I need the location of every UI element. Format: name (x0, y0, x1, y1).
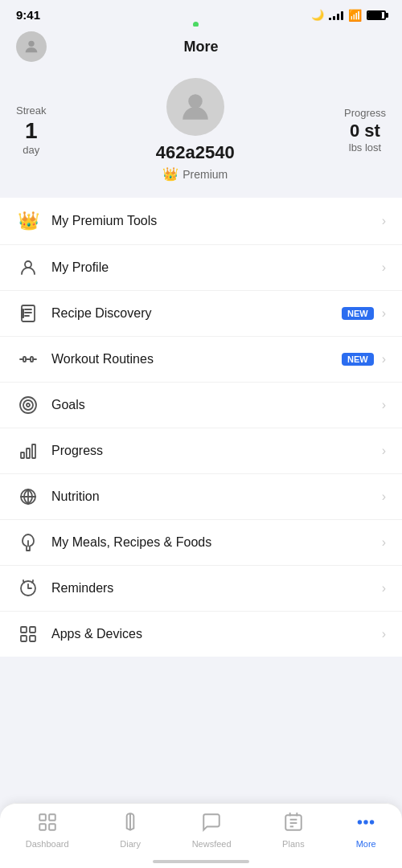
menu-label-recipe-discovery: Recipe Discovery (51, 306, 342, 321)
menu-label-meals: My Meals, Recipes & Foods (51, 535, 382, 550)
crown-icon: 👑 (162, 166, 178, 182)
svg-point-2 (25, 261, 31, 268)
svg-rect-18 (32, 444, 35, 458)
diary-icon (120, 812, 141, 836)
svg-point-15 (27, 403, 30, 407)
svg-rect-25 (30, 627, 35, 633)
nav-label-diary: Diary (120, 839, 141, 849)
chevron-icon: › (382, 489, 386, 504)
menu-label-premium-tools: My Premium Tools (51, 214, 382, 228)
nav-item-diary[interactable]: Diary (112, 812, 149, 849)
svg-point-14 (23, 400, 33, 410)
nav-label-dashboard: Dashboard (26, 839, 69, 849)
person-icon (16, 258, 40, 277)
chevron-icon: › (382, 306, 386, 321)
svg-rect-16 (21, 452, 24, 458)
menu-item-reminders[interactable]: Reminders › (0, 566, 402, 612)
progress-label: Progress (344, 107, 386, 119)
menu-label-goals: Goals (51, 398, 382, 412)
profile-avatar[interactable] (166, 78, 224, 136)
chevron-icon: › (382, 260, 386, 275)
svg-rect-17 (27, 448, 30, 458)
header: More (0, 27, 402, 72)
status-icons: 🌙 📶 (311, 9, 386, 22)
more-icon (355, 812, 376, 836)
streak-value: 1 (16, 120, 47, 142)
nav-label-more: More (356, 839, 376, 849)
crown-menu-icon: 👑 (16, 211, 40, 231)
page-title: More (183, 39, 218, 55)
meals-icon (16, 533, 40, 552)
chevron-icon: › (382, 627, 386, 641)
progress-stat: Progress 0 st lbs lost (344, 107, 386, 154)
profile-section: Streak 1 day 462a2540 👑 Premium Progress… (0, 72, 402, 198)
new-badge-workout: NEW (342, 353, 374, 366)
menu-item-apps-devices[interactable]: Apps & Devices › (0, 612, 402, 657)
nav-label-plans: Plans (282, 839, 305, 849)
chevron-icon: › (382, 214, 386, 228)
nav-label-newsfeed: Newsfeed (192, 839, 232, 849)
svg-rect-31 (49, 824, 55, 830)
menu-item-goals[interactable]: Goals › (0, 383, 402, 428)
menu-item-progress[interactable]: Progress › (0, 428, 402, 474)
menu-list: 👑 My Premium Tools › My Profile › Recipe… (0, 198, 402, 657)
profile-center: 462a2540 👑 Premium (156, 78, 235, 182)
menu-item-workout-routines[interactable]: Workout Routines NEW › (0, 337, 402, 383)
menu-label-apps-devices: Apps & Devices (51, 627, 382, 641)
chevron-icon: › (382, 535, 386, 550)
svg-rect-27 (30, 636, 35, 641)
svg-point-0 (28, 41, 34, 47)
plans-icon (283, 812, 304, 836)
streak-unit: day (16, 144, 47, 156)
svg-point-39 (359, 821, 361, 823)
signal-icon (329, 10, 343, 20)
streak-label: Streak (16, 104, 47, 117)
new-badge-recipe: NEW (342, 307, 374, 320)
svg-point-40 (365, 821, 367, 823)
nav-item-dashboard[interactable]: Dashboard (18, 812, 77, 849)
menu-label-progress: Progress (51, 444, 382, 458)
status-time: 9:41 (16, 8, 40, 22)
progress-icon (16, 441, 40, 461)
progress-value: 0 st (344, 122, 386, 140)
goals-icon (16, 395, 40, 415)
menu-label-my-profile: My Profile (51, 260, 382, 275)
bottom-nav: Dashboard Diary Newsfeed (0, 803, 402, 868)
newsfeed-icon (201, 812, 222, 836)
svg-rect-30 (39, 824, 46, 830)
svg-point-41 (371, 821, 373, 823)
chevron-icon: › (382, 352, 386, 366)
nav-item-newsfeed[interactable]: Newsfeed (184, 812, 240, 849)
chevron-icon: › (382, 444, 386, 458)
menu-item-meals[interactable]: My Meals, Recipes & Foods › (0, 520, 402, 566)
home-indicator (153, 860, 249, 863)
dashboard-icon (37, 812, 58, 836)
premium-label: Premium (183, 168, 228, 181)
wifi-icon: 📶 (348, 9, 362, 22)
svg-rect-7 (21, 309, 24, 318)
nutrition-icon (16, 487, 40, 506)
svg-rect-29 (49, 814, 55, 821)
workout-icon (16, 350, 40, 369)
svg-rect-28 (39, 814, 46, 821)
moon-icon: 🌙 (311, 9, 324, 21)
reminders-icon (16, 579, 40, 598)
battery-icon (367, 10, 386, 20)
chevron-icon: › (382, 398, 386, 412)
streak-stat: Streak 1 day (16, 104, 47, 156)
menu-label-reminders: Reminders (51, 581, 382, 596)
menu-item-my-profile[interactable]: My Profile › (0, 245, 402, 291)
menu-item-recipe-discovery[interactable]: Recipe Discovery NEW › (0, 291, 402, 337)
svg-point-13 (20, 397, 36, 413)
nav-item-plans[interactable]: Plans (274, 812, 313, 849)
menu-item-nutrition[interactable]: Nutrition › (0, 474, 402, 520)
menu-label-nutrition: Nutrition (51, 489, 382, 504)
nav-item-more[interactable]: More (347, 812, 384, 849)
menu-item-premium-tools[interactable]: 👑 My Premium Tools › (0, 198, 402, 245)
svg-rect-24 (21, 627, 27, 633)
chevron-icon: › (382, 581, 386, 596)
avatar-button[interactable] (16, 31, 47, 62)
menu-label-workout-routines: Workout Routines (51, 352, 342, 366)
progress-unit: lbs lost (344, 141, 386, 154)
apps-icon (16, 624, 40, 644)
